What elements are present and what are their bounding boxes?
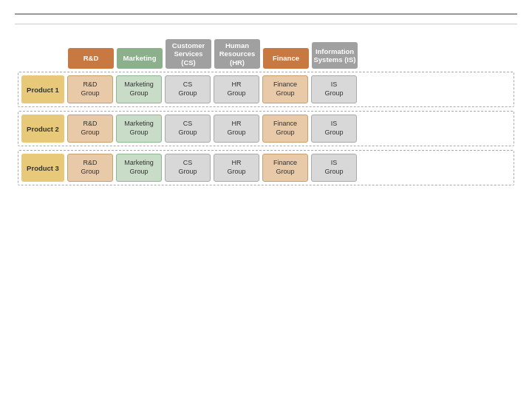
cell-r1-c3: CS Group bbox=[165, 75, 211, 103]
data-row-2: Product 2R&D GroupMarketing GroupCS Grou… bbox=[18, 111, 514, 146]
cell-r1-c1: R&D Group bbox=[67, 75, 113, 103]
cell-r1-c2: Marketing Group bbox=[116, 75, 162, 103]
cell-r2-c5: Finance Group bbox=[262, 115, 308, 143]
cell-r2-c1: R&D Group bbox=[67, 115, 113, 143]
row-label-product-3: Product 3 bbox=[21, 154, 64, 182]
data-row-1: Product 1R&D GroupMarketing GroupCS Grou… bbox=[18, 72, 514, 107]
cell-r1-c6: IS Group bbox=[311, 75, 357, 103]
cell-r1-c4: HR Group bbox=[214, 75, 259, 103]
data-row-3: Product 3R&D GroupMarketing GroupCS Grou… bbox=[18, 150, 514, 185]
cell-r3-c5: Finance Group bbox=[262, 154, 308, 182]
header-row: R&DMarketingCustomer Services (CS)Human … bbox=[68, 39, 514, 69]
cell-r3-c2: Marketing Group bbox=[116, 154, 162, 182]
page: R&DMarketingCustomer Services (CS)Human … bbox=[0, 0, 532, 399]
header-cell-rnd: R&D bbox=[68, 48, 114, 69]
cell-r1-c5: Finance Group bbox=[262, 75, 308, 103]
cell-r3-c4: HR Group bbox=[214, 154, 259, 182]
header-cell-is: Information Systems (IS) bbox=[312, 42, 358, 69]
header-cell-hr: Human Resources (HR) bbox=[214, 39, 260, 69]
row-label-product-1: Product 1 bbox=[21, 75, 64, 103]
cell-r2-c2: Marketing Group bbox=[116, 115, 162, 143]
header-cell-cs: Customer Services (CS) bbox=[166, 39, 211, 69]
header-cell-fin: Finance bbox=[263, 48, 309, 69]
cell-r3-c3: CS Group bbox=[165, 154, 211, 182]
cell-r2-c6: IS Group bbox=[311, 115, 357, 143]
cell-r2-c3: CS Group bbox=[165, 115, 211, 143]
cell-r3-c6: IS Group bbox=[311, 154, 357, 182]
row-label-product-2: Product 2 bbox=[21, 115, 64, 143]
cell-r3-c1: R&D Group bbox=[67, 154, 113, 182]
matrix-container: R&DMarketingCustomer Services (CS)Human … bbox=[15, 35, 517, 194]
title-area bbox=[15, 13, 517, 24]
header-cell-mkt: Marketing bbox=[117, 48, 163, 69]
cell-r2-c4: HR Group bbox=[214, 115, 259, 143]
